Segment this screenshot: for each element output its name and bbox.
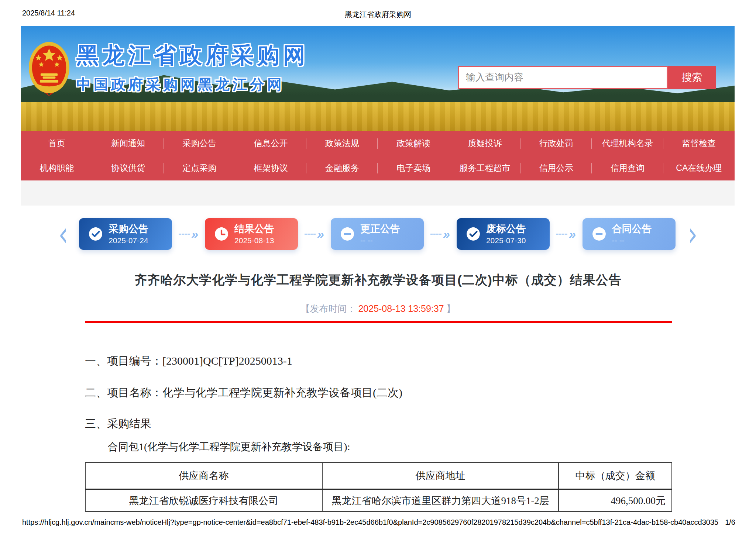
publish-time-value: 2025-08-13 13:59:37 — [356, 303, 446, 314]
flow-next-icon[interactable]: › — [688, 217, 698, 251]
nav-item-credit-query[interactable]: 信用查询 — [592, 162, 663, 174]
section-project-name: 二、项目名称：化学与化学工程学院更新补充教学设备项目(二次) — [85, 385, 402, 400]
section-project-number: 一、项目编号：[230001]QC[TP]20250013-1 — [85, 354, 292, 369]
search-box: 搜索 — [458, 66, 716, 89]
nav-item-complaints[interactable]: 质疑投诉 — [449, 138, 520, 149]
flow-step-date: -- -- — [360, 236, 400, 245]
nav-item-home[interactable]: 首页 — [21, 138, 92, 149]
flow-step-label: 更正公告 — [360, 223, 400, 235]
contract-package-line: 合同包1(化学与化学工程学院更新补充教学设备项目): — [108, 440, 350, 454]
flow-step-procurement-notice[interactable]: 采购公告 2025-07-24 — [79, 218, 172, 250]
flow-step-label: 废标公告 — [486, 223, 526, 235]
flow-arrow-icon: » — [305, 228, 324, 240]
table-row: 黑龙江省欣锐诚医疗科技有限公司 黑龙江省哈尔滨市道里区群力第四大道918号1-2… — [85, 489, 672, 511]
flow-step-date: 2025-08-13 — [234, 236, 274, 245]
nav-item-e-marketplace[interactable]: 电子卖场 — [378, 162, 449, 174]
minus-circle-icon — [592, 227, 606, 241]
nav-item-agreement-supply[interactable]: 协议供货 — [92, 162, 164, 174]
search-input[interactable] — [458, 66, 668, 89]
page: 2025/8/14 11:24 黑龙江省政府采购网 黑龙江省政府采购网 中国政府… — [0, 0, 756, 534]
nav-item-credit-publicity[interactable]: 信用公示 — [520, 162, 592, 174]
flow-step-cancellation-notice[interactable]: 废标公告 2025-07-30 — [457, 218, 550, 250]
nav-row-2: 机构职能 协议供货 定点采购 框架协议 金融服务 电子卖场 服务工程超市 信用公… — [21, 156, 735, 180]
result-table: 供应商名称 供应商地址 中标（成交）金额 黑龙江省欣锐诚医疗科技有限公司 黑龙江… — [85, 462, 672, 512]
flow-step-date: 2025-07-24 — [109, 236, 148, 245]
clock-icon — [214, 227, 228, 241]
main-nav: 首页 新闻通知 采购公告 信息公开 政策法规 政策解读 质疑投诉 行政处罚 代理… — [21, 131, 735, 180]
nav-item-policy-interpretation[interactable]: 政策解读 — [378, 138, 449, 149]
flow-step-label: 采购公告 — [109, 223, 148, 235]
nav-item-info-disclosure[interactable]: 信息公开 — [235, 138, 306, 149]
publish-time-close: 】 — [446, 303, 456, 314]
print-footer-page-number: 1/6 — [725, 518, 735, 527]
flow-step-correction-notice[interactable]: 更正公告 -- -- — [331, 218, 424, 250]
notice-process-flow: ‹ 采购公告 2025-07-24 » 结果公告 2025-08-13 » — [0, 217, 756, 251]
site-banner: 黑龙江省政府采购网 中国政府采购网黑龙江分网 搜索 — [21, 26, 735, 131]
nav-item-agency-directory[interactable]: 代理机构名录 — [592, 138, 663, 149]
flow-step-contract-notice[interactable]: 合同公告 -- -- — [583, 218, 676, 250]
print-footer-url: https://hljcg.hlj.gov.cn/maincms-web/not… — [22, 518, 718, 527]
cell-award-amount: 496,500.00元 — [559, 489, 672, 511]
site-title-block[interactable]: 黑龙江省政府采购网 中国政府采购网黑龙江分网 — [76, 38, 309, 94]
check-circle-icon — [89, 227, 103, 241]
print-doc-title: 黑龙江省政府采购网 — [0, 10, 756, 20]
nav-item-fixed-point[interactable]: 定点采购 — [164, 162, 235, 174]
publish-time-label: 【发布时间： — [300, 303, 356, 314]
check-circle-icon — [466, 227, 480, 241]
banner-field — [21, 102, 735, 131]
nav-row-1: 首页 新闻通知 采购公告 信息公开 政策法规 政策解读 质疑投诉 行政处罚 代理… — [21, 131, 735, 156]
flow-arrow-icon: » — [179, 228, 198, 240]
nav-item-procurement-notices[interactable]: 采购公告 — [164, 138, 235, 149]
nav-item-ca-online[interactable]: CA在线办理 — [663, 162, 735, 174]
nav-item-financial-services[interactable]: 金融服务 — [306, 162, 378, 174]
site-subtitle: 中国政府采购网黑龙江分网 — [76, 75, 309, 94]
flow-arrow-icon: » — [556, 228, 576, 240]
publish-time-line: 【发布时间：2025-08-13 13:59:37】 — [0, 303, 756, 315]
table-header-row: 供应商名称 供应商地址 中标（成交）金额 — [85, 462, 672, 489]
nav-item-supervision[interactable]: 监督检查 — [663, 138, 735, 149]
title-divider-rule — [85, 321, 672, 323]
cell-supplier-name: 黑龙江省欣锐诚医疗科技有限公司 — [85, 489, 322, 511]
header-supplier-address: 供应商地址 — [322, 462, 559, 489]
cell-supplier-address: 黑龙江省哈尔滨市道里区群力第四大道918号1-2层 — [322, 489, 559, 511]
nav-item-admin-penalty[interactable]: 行政处罚 — [520, 138, 592, 149]
header-award-amount: 中标（成交）金额 — [559, 462, 672, 489]
flow-step-result-notice[interactable]: 结果公告 2025-08-13 — [205, 218, 298, 250]
flow-step-date: -- -- — [612, 236, 652, 245]
nav-bottom-strip — [21, 180, 735, 206]
nav-item-policies[interactable]: 政策法规 — [306, 138, 378, 149]
flow-arrow-icon: » — [430, 228, 450, 240]
minus-circle-icon — [340, 227, 354, 241]
nav-item-framework-agreement[interactable]: 框架协议 — [235, 162, 306, 174]
header-supplier-name: 供应商名称 — [85, 462, 322, 489]
flow-prev-icon[interactable]: ‹ — [59, 217, 68, 251]
search-button[interactable]: 搜索 — [668, 66, 716, 89]
national-emblem-logo[interactable] — [28, 41, 71, 99]
nav-item-service-supermarket[interactable]: 服务工程超市 — [449, 162, 520, 174]
flow-step-date: 2025-07-30 — [486, 236, 526, 245]
nav-item-news[interactable]: 新闻通知 — [92, 138, 164, 149]
article-title: 齐齐哈尔大学化学与化学工程学院更新补充教学设备项目(二次)中标（成交）结果公告 — [0, 272, 756, 289]
section-procurement-result: 三、采购结果 — [85, 416, 151, 431]
flow-step-label: 合同公告 — [612, 223, 652, 235]
site-title: 黑龙江省政府采购网 — [76, 38, 309, 73]
nav-item-org-functions[interactable]: 机构职能 — [21, 162, 92, 174]
flow-step-label: 结果公告 — [234, 223, 274, 235]
